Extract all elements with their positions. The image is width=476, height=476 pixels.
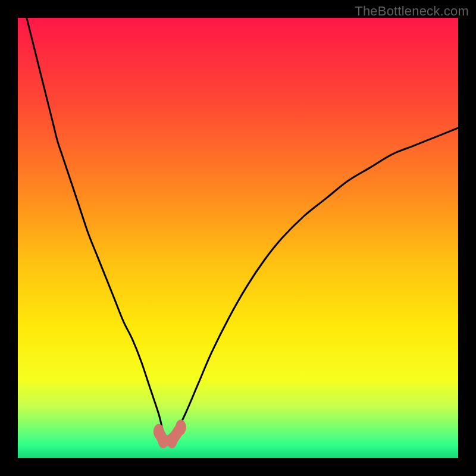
chart-frame: TheBottleneck.com <box>0 0 476 476</box>
chart-canvas <box>18 18 458 458</box>
curve-marker <box>167 433 177 448</box>
watermark-label: TheBottleneck.com <box>355 4 469 19</box>
curve-marker <box>176 419 186 435</box>
plot-area <box>18 18 458 458</box>
gradient-background <box>18 18 458 458</box>
